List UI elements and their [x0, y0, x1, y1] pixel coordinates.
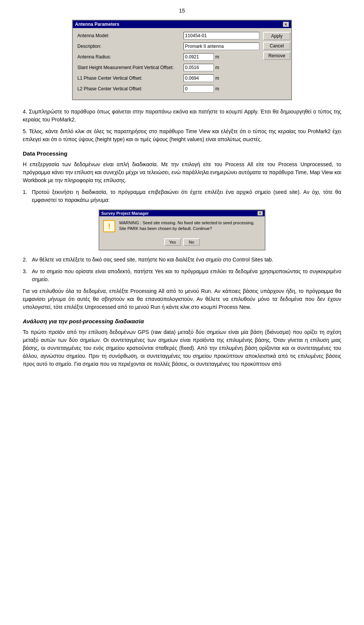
slant-height-unit: m — [215, 65, 219, 70]
step3-number: 3. — [23, 268, 32, 283]
l2-phase-input[interactable] — [184, 85, 214, 93]
antenna-model-row: Antenna Model: — [77, 32, 259, 39]
antenna-dialog: Antenna Parameters × Antenna Model: Desc… — [72, 20, 292, 100]
analysis-paragraph: Το πρώτο προϊόν από την επίλυση δεδομένω… — [23, 328, 341, 368]
cancel-button[interactable]: Cancel — [263, 42, 290, 50]
warning-icon: ! — [103, 220, 115, 232]
l2-phase-row: L2 Phase Center Vertical Offset: m — [77, 85, 259, 93]
numbered-item-2: 2. Αν θέλετε να επιλέξετε το δικό σας se… — [23, 256, 341, 264]
slant-height-input[interactable] — [184, 64, 214, 71]
l1-phase-row: L1 Phase Center Vertical Offset: m — [77, 74, 259, 82]
paragraph-5: 5. Τέλος, κάντε διπλό κλικ σε όλες τις π… — [23, 128, 341, 143]
paragraph-4: 4. Συμπληρώστε το παράθυρο όπως φαίνεται… — [23, 108, 341, 124]
antenna-radius-label: Antenna Radius: — [77, 54, 184, 60]
survey-dialog-titlebar: Survey Project Manager × — [99, 210, 265, 216]
step1-number: 1. — [23, 188, 32, 204]
antenna-top-row: Antenna Model: Description: Antenna Radi… — [77, 32, 287, 96]
survey-dialog-title: Survey Project Manager — [101, 211, 149, 216]
step2-content: Αν θέλετε να επιλέξετε το δικό σας seed … — [32, 256, 341, 264]
numbered-item-1: 1. Προτού ξεκινήσει η διαδικασία, το πρό… — [23, 188, 341, 204]
antenna-dialog-content: Antenna Model: Description: Antenna Radi… — [73, 28, 291, 99]
description-input[interactable] — [184, 43, 259, 50]
apply-button[interactable]: Apply — [263, 32, 290, 40]
antenna-dialog-close-button[interactable]: × — [283, 22, 289, 27]
l2-phase-unit: m — [215, 86, 219, 91]
survey-dialog-buttons: Yes No — [99, 236, 265, 250]
slant-height-row: Slant Height Measurement Point Vertical … — [77, 64, 259, 71]
survey-dialog-close-button[interactable]: × — [257, 211, 263, 216]
antenna-dialog-titlebar: Antenna Parameters × — [73, 20, 291, 28]
numbered-item-3: 3. Αν το σημείο που ορίσατε είναι αποδεκ… — [23, 268, 341, 283]
survey-dialog-body: ! WARNING : Seed site missing. No fixed … — [99, 216, 265, 236]
antenna-radius-row: Antenna Radius: m — [77, 53, 259, 61]
slant-height-label: Slant Height Measurement Point Vertical … — [77, 65, 184, 70]
data-processing-heading: Data Processing — [23, 150, 341, 157]
step3-content: Αν το σημείο που ορίσατε είναι αποδεκτό,… — [32, 268, 341, 283]
l1-phase-input[interactable] — [184, 74, 214, 82]
section-text: Η επεξεργασία των δεδομένων είναι απλή δ… — [23, 161, 341, 184]
step2-number: 2. — [23, 256, 32, 264]
antenna-fields: Antenna Model: Description: Antenna Radi… — [77, 32, 259, 96]
italic-heading: Ανάλυση για την post-processing διαδικασ… — [23, 318, 341, 324]
survey-dialog-message: WARNING : Seed site missing. No fixed si… — [119, 220, 261, 232]
l2-phase-label: L2 Phase Center Vertical Offset: — [77, 86, 184, 91]
description-label: Description: — [77, 44, 184, 49]
no-button[interactable]: No — [183, 238, 200, 246]
l1-phase-unit: m — [215, 76, 219, 81]
antenna-dialog-title: Antenna Parameters — [75, 22, 119, 27]
antenna-dialog-buttons: Apply Cancel Remove — [259, 32, 290, 60]
antenna-dialog-container: Antenna Parameters × Antenna Model: Desc… — [23, 20, 341, 100]
page-number: 15 — [23, 8, 341, 14]
step1-content: Προτού ξεκινήσει η διαδικασία, το πρόγρα… — [32, 188, 341, 204]
antenna-model-label: Antenna Model: — [77, 33, 184, 38]
antenna-radius-unit: m — [215, 54, 219, 60]
remove-button[interactable]: Remove — [263, 52, 290, 60]
processing-paragraph: Για να επιλυθούν όλα τα δεδομένα, επιλέξ… — [23, 287, 341, 311]
antenna-radius-input[interactable] — [184, 53, 214, 61]
yes-button[interactable]: Yes — [164, 238, 181, 246]
survey-dialog: Survey Project Manager × ! WARNING : See… — [99, 209, 265, 250]
antenna-model-input[interactable] — [184, 32, 259, 39]
description-row: Description: — [77, 43, 259, 50]
survey-dialog-container: Survey Project Manager × ! WARNING : See… — [23, 209, 341, 250]
l1-phase-label: L1 Phase Center Vertical Offset: — [77, 76, 184, 81]
